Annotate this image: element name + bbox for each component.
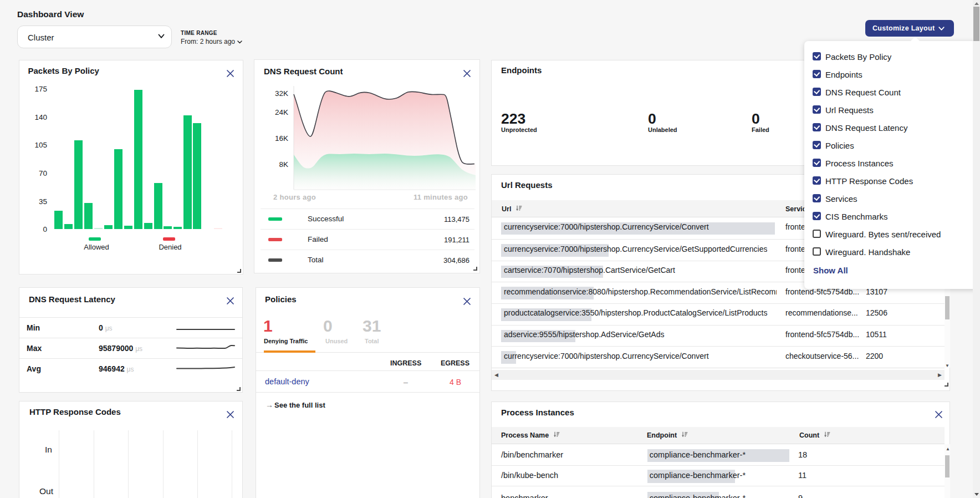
svg-text:24K: 24K xyxy=(275,108,288,116)
svg-text:140: 140 xyxy=(34,113,47,121)
svg-text:11 minutes ago: 11 minutes ago xyxy=(414,193,468,201)
svg-text:35: 35 xyxy=(39,197,47,206)
svg-text:8K: 8K xyxy=(279,160,288,169)
svg-text:105: 105 xyxy=(34,141,47,149)
svg-text:Allowed: Allowed xyxy=(84,243,109,251)
svg-text:32K: 32K xyxy=(275,89,288,98)
svg-text:2 hours ago: 2 hours ago xyxy=(273,193,316,201)
svg-text:175: 175 xyxy=(34,85,47,93)
svg-text:Denied: Denied xyxy=(159,243,181,251)
svg-text:70: 70 xyxy=(39,169,47,177)
svg-text:16K: 16K xyxy=(275,134,288,143)
svg-text:0: 0 xyxy=(43,225,47,233)
